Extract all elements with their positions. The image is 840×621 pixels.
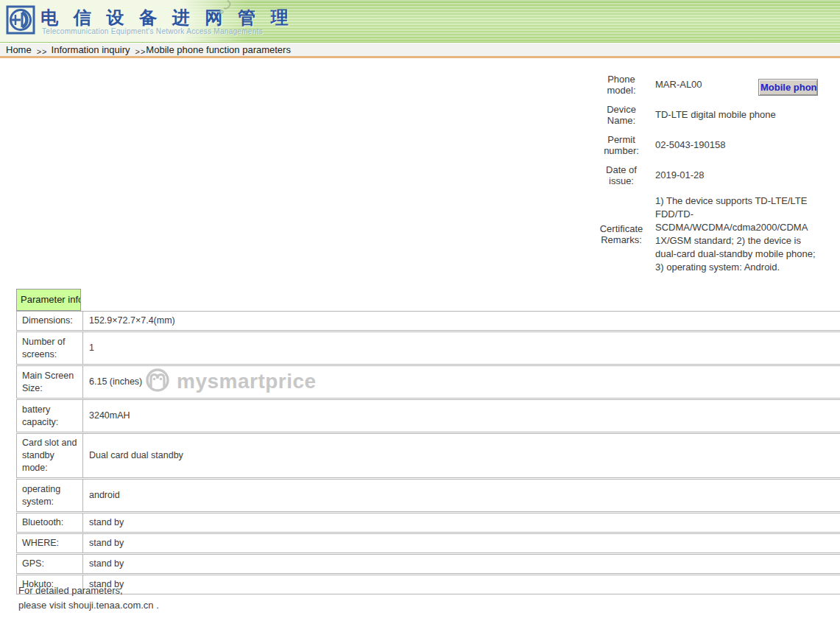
table-row-operating-system: operating system: android <box>16 479 840 512</box>
table-row-card-slot: Card slot and standby mode: Dual card du… <box>16 433 840 478</box>
row-label: battery capacity: <box>16 400 83 432</box>
detail-row-device-name: Device Name: TD-LTE digital mobile phone <box>593 104 840 126</box>
detail-label: Date of issue: <box>593 164 650 186</box>
detail-value: TD-LTE digital mobile phone <box>655 108 816 122</box>
detail-label: Certificate Remarks: <box>593 223 650 245</box>
row-label: Main Screen Size: <box>16 366 83 398</box>
breadcrumb-information-inquiry-link[interactable]: Information inquiry <box>52 44 130 55</box>
row-label: operating system: <box>16 480 83 511</box>
header-banner: 电 信 设 备 进 网 管 理 Telecommunication Equipm… <box>0 0 840 43</box>
footer-note: For detailed parameters, please visit sh… <box>18 583 159 613</box>
row-value: stand by <box>83 513 840 532</box>
device-details: Phone model: MAR-AL00 Device Name: TD-LT… <box>593 74 840 282</box>
detail-label: Permit number: <box>593 134 650 156</box>
network-access-logo-icon <box>6 5 35 35</box>
breadcrumb-separator: >> <box>135 47 147 56</box>
footer-line2: please visit shouji.tenaa.com.cn . <box>18 598 159 613</box>
table-row-dimensions: Dimensions: 152.9×72.7×7.4(mm) <box>16 311 840 331</box>
footer-suffix: . <box>156 600 159 611</box>
detail-row-date-of-issue: Date of issue: 2019-01-28 <box>593 164 840 186</box>
detail-label: Phone model: <box>593 74 650 96</box>
breadcrumb-current-page: Mobile phone function parameters <box>146 44 291 55</box>
parameter-table: Dimensions: 152.9×72.7×7.4(mm) Number of… <box>16 311 840 595</box>
row-value: stand by <box>83 555 840 573</box>
breadcrumb-home-link[interactable]: Home <box>6 44 32 55</box>
detail-row-certificate-remarks: Certificate Remarks: 1) The device suppo… <box>593 194 840 274</box>
site-title: 电 信 设 备 进 网 管 理 <box>40 6 294 29</box>
row-label: WHERE: <box>16 534 83 552</box>
row-value: 1 <box>83 332 840 364</box>
detail-row-permit-number: Permit number: 02-5043-190158 <box>593 134 840 156</box>
row-value: android <box>83 480 840 511</box>
footer-line2-prefix: please visit <box>18 600 66 611</box>
site-subtitle: Telecommunication Equipment's Network Ac… <box>42 27 263 35</box>
row-value: stand by <box>83 534 840 552</box>
footer-line1: For detailed parameters, <box>18 583 159 598</box>
detail-value: 1) The device supports TD-LTE/LTE FDD/TD… <box>655 194 816 274</box>
row-label: Number of screens: <box>16 332 83 364</box>
row-label: GPS: <box>16 555 83 573</box>
row-value: 152.9×72.7×7.4(mm) <box>83 312 840 330</box>
row-label: Bluetooth: <box>16 513 83 532</box>
row-label: Dimensions: <box>16 312 83 330</box>
row-value: 3240mAH <box>83 400 840 432</box>
table-row-gps: GPS: stand by <box>16 554 840 574</box>
table-row-number-of-screens: Number of screens: 1 <box>16 331 840 365</box>
breadcrumb: Home >> Information inquiry >> Mobile ph… <box>0 43 840 58</box>
tab-parameter-info[interactable]: Parameter info <box>16 289 81 311</box>
table-row-where: WHERE: stand by <box>16 533 840 553</box>
table-row-main-screen-size: Main Screen Size: 6.15 (inches) <box>16 365 840 399</box>
table-row-bluetooth: Bluetooth: stand by <box>16 513 840 533</box>
detail-value: 2019-01-28 <box>655 169 816 182</box>
mobile-photos-button[interactable]: Mobile phon <box>758 79 818 96</box>
page: 电 信 设 备 进 网 管 理 Telecommunication Equipm… <box>0 0 840 621</box>
row-value: Dual card dual standby <box>83 434 840 477</box>
curl-decoration-icon <box>217 0 235 25</box>
tenaa-link[interactable]: shouji.tenaa.com.cn <box>68 600 154 611</box>
row-label: Card slot and standby mode: <box>16 434 83 477</box>
row-value: 6.15 (inches) <box>83 366 840 398</box>
detail-label: Device Name: <box>593 104 650 126</box>
detail-value: 02-5043-190158 <box>655 138 816 152</box>
row-value: stand by <box>83 575 840 594</box>
table-row-battery-capacity: battery capacity: 3240mAH <box>16 399 840 432</box>
breadcrumb-separator: >> <box>37 47 48 56</box>
